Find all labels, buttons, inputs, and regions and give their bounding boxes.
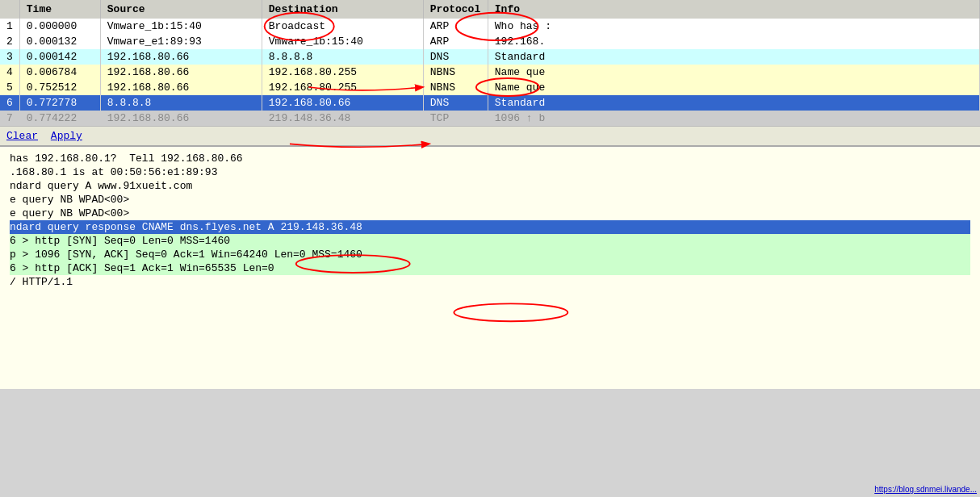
info-line: 6 > http [ACK] Seq=1 Ack=1 Win=65535 Len…: [10, 261, 970, 275]
cell-info: Who has :: [488, 19, 979, 34]
info-lines-container: has 192.168.80.1? Tell 192.168.80.66.168…: [10, 152, 970, 289]
cell-info: Name que: [488, 80, 979, 95]
cell-destination: 8.8.8.8: [262, 49, 423, 65]
cell-source: Vmware_1b:15:40: [100, 19, 262, 34]
cell-protocol: ARP: [423, 34, 488, 49]
col-header-no: [0, 0, 19, 19]
cell-source: 192.168.80.66: [100, 80, 262, 95]
cell-source: 192.168.80.66: [100, 65, 262, 80]
cell-source: 192.168.80.66: [100, 111, 262, 126]
cell-time: 0.752512: [19, 80, 100, 95]
cell-info: 192.168.: [488, 34, 979, 49]
cell-no: 7: [0, 111, 19, 126]
watermark: https://blog.sdnmei.livande...: [874, 485, 977, 494]
cell-source: 192.168.80.66: [100, 49, 262, 65]
col-header-destination: Destination: [262, 0, 423, 19]
cell-source: 8.8.8.8: [100, 95, 262, 111]
table-header-row: Time Source Destination Protocol Info: [0, 0, 980, 19]
col-header-source: Source: [100, 0, 262, 19]
packet-table: Time Source Destination Protocol Info 1 …: [0, 0, 980, 126]
info-line: ndard query A www.91xueit.com: [10, 179, 970, 193]
cell-no: 4: [0, 65, 19, 80]
cell-destination: Vmware_1b:15:40: [262, 34, 423, 49]
cell-time: 0.000142: [19, 49, 100, 65]
packet-list-panel: Time Source Destination Protocol Info 1 …: [0, 0, 980, 147]
cell-destination: 219.148.36.48: [262, 111, 423, 126]
cell-no: 5: [0, 80, 19, 95]
cell-info: Standard: [488, 49, 979, 65]
cell-destination: 192.168.80.255: [262, 65, 423, 80]
cell-info: Standard: [488, 95, 979, 111]
cell-time: 0.774222: [19, 111, 100, 126]
cell-no: 3: [0, 49, 19, 65]
info-line: .168.80.1 is at 00:50:56:e1:89:93: [10, 165, 970, 179]
table-row[interactable]: 4 0.006784 192.168.80.66 192.168.80.255 …: [0, 65, 980, 80]
cell-protocol: NBNS: [423, 65, 488, 80]
col-header-protocol: Protocol: [423, 0, 488, 19]
cell-destination: 192.168.80.255: [262, 80, 423, 95]
packet-detail-panel: has 192.168.80.1? Tell 192.168.80.66.168…: [0, 147, 980, 389]
info-line: e query NB WPAD<00>: [10, 207, 970, 220]
table-row[interactable]: 5 0.752512 192.168.80.66 192.168.80.255 …: [0, 80, 980, 95]
col-header-info: Info: [488, 0, 979, 19]
info-line: has 192.168.80.1? Tell 192.168.80.66: [10, 152, 970, 165]
info-line: p > 1096 [SYN, ACK] Seq=0 Ack=1 Win=6424…: [10, 248, 970, 261]
table-row[interactable]: 3 0.000142 192.168.80.66 8.8.8.8 DNS Sta…: [0, 49, 980, 65]
cell-time: 0.000000: [19, 19, 100, 34]
cell-info: 1096 ↑ b: [488, 111, 979, 126]
clear-button[interactable]: Clear: [6, 130, 38, 142]
cell-no: 1: [0, 19, 19, 34]
cell-destination: 192.168.80.66: [262, 95, 423, 111]
cell-time: 0.772778: [19, 95, 100, 111]
cell-time: 0.006784: [19, 65, 100, 80]
main-container: Time Source Destination Protocol Info 1 …: [0, 0, 980, 389]
cell-time: 0.000132: [19, 34, 100, 49]
info-line: e query NB WPAD<00>: [10, 193, 970, 207]
cell-source: Vmware_e1:89:93: [100, 34, 262, 49]
info-line: / HTTP/1.1: [10, 275, 970, 289]
apply-button[interactable]: Apply: [51, 130, 82, 142]
cell-no: 2: [0, 34, 19, 49]
cell-protocol: DNS: [423, 95, 488, 111]
table-row[interactable]: 2 0.000132 Vmware_e1:89:93 Vmware_1b:15:…: [0, 34, 980, 49]
filter-toolbar: Clear Apply: [0, 126, 980, 145]
info-line: ndard query response CNAME dns.flyes.net…: [10, 220, 970, 234]
cell-protocol: ARP: [423, 19, 488, 34]
cell-protocol: TCP: [423, 111, 488, 126]
table-row[interactable]: 7 0.774222 192.168.80.66 219.148.36.48 T…: [0, 111, 980, 126]
table-row[interactable]: 1 0.000000 Vmware_1b:15:40 Broadcast ARP…: [0, 19, 980, 34]
col-header-time: Time: [19, 0, 100, 19]
cell-protocol: NBNS: [423, 80, 488, 95]
cell-protocol: DNS: [423, 49, 488, 65]
table-row[interactable]: 6 0.772778 8.8.8.8 192.168.80.66 DNS Sta…: [0, 95, 980, 111]
cell-info: Name que: [488, 65, 979, 80]
cell-destination: Broadcast: [262, 19, 423, 34]
info-line: 6 > http [SYN] Seq=0 Len=0 MSS=1460: [10, 234, 970, 248]
cell-no: 6: [0, 95, 19, 111]
